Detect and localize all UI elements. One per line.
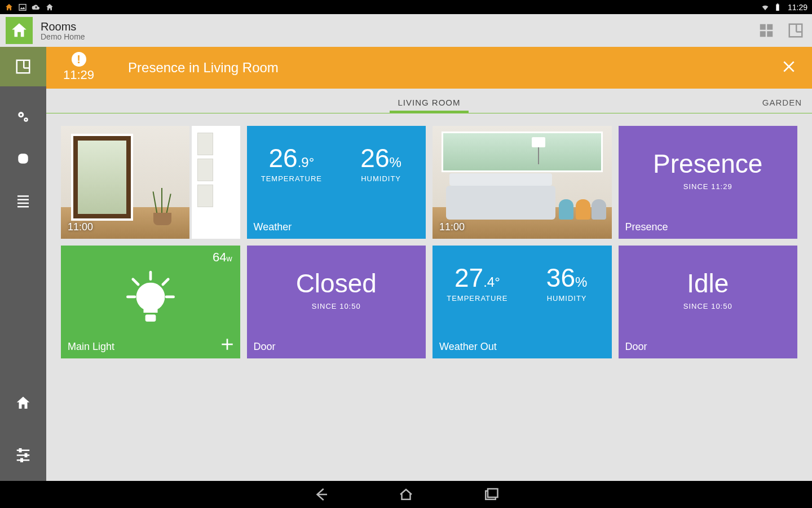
sidebar-item-settings[interactable]	[0, 438, 46, 470]
tab-garden[interactable]: GARDEN	[762, 98, 802, 107]
recents-icon[interactable]	[482, 486, 499, 503]
tile-door-2[interactable]: Idle SINCE 10:50 Door	[619, 246, 798, 358]
door2-since: SINCE 10:50	[619, 302, 798, 310]
tile-main-light[interactable]: 64w Main Light	[61, 246, 240, 358]
hum-value: 36	[546, 263, 575, 292]
floorplan-icon	[15, 58, 32, 75]
temp-frac: .4°	[483, 274, 500, 290]
app-icon[interactable]	[6, 17, 33, 44]
sidebar-item-devices[interactable]	[0, 147, 46, 170]
watt-value: 64	[213, 250, 226, 264]
door-since: SINCE 10:50	[247, 302, 426, 310]
page-title: Rooms	[41, 20, 85, 33]
tile-grid: 11:00 26.9° TEMPERATURE 26% HUMIDITY Wea…	[46, 113, 812, 371]
sidebar-item-home[interactable]	[0, 387, 46, 419]
hum-unit: %	[575, 274, 587, 290]
tile-camera-entrance[interactable]: 11:00	[61, 126, 240, 239]
hum-unit: %	[390, 155, 401, 170]
svg-rect-19	[17, 199, 29, 201]
back-icon[interactable]	[313, 486, 330, 503]
svg-rect-21	[17, 206, 29, 208]
notif-image-icon	[18, 3, 27, 12]
tile-label: Presence	[625, 221, 668, 233]
alert-time: 11:29	[63, 68, 94, 82]
temp-caption: TEMPERATURE	[247, 174, 337, 183]
sidebar	[0, 47, 46, 481]
svg-rect-0	[19, 4, 26, 10]
door2-status: Idle	[619, 270, 798, 296]
hum-caption: HUMIDITY	[336, 174, 426, 183]
hum-caption: HUMIDITY	[522, 294, 612, 303]
svg-rect-3	[760, 24, 766, 30]
home-icon	[10, 21, 29, 40]
tile-label: Door	[254, 341, 276, 353]
tile-label: Main Light	[68, 341, 114, 353]
svg-rect-2	[777, 3, 779, 4]
room-tabs: LIVING ROOM GARDEN	[46, 89, 812, 113]
svg-rect-1	[776, 4, 779, 10]
svg-line-32	[163, 279, 168, 284]
alert-icon: !	[72, 52, 86, 67]
svg-rect-27	[20, 458, 23, 463]
camera-timestamp: 11:00	[68, 221, 93, 233]
sidebar-item-rooms[interactable]	[0, 47, 46, 86]
temp-value: 26	[268, 143, 297, 173]
android-nav-bar	[0, 481, 812, 508]
door-status: Closed	[247, 270, 426, 296]
svg-rect-39	[488, 489, 498, 497]
alert-close-button[interactable]	[782, 59, 796, 76]
svg-rect-5	[760, 31, 766, 37]
tile-door[interactable]: Closed SINCE 10:50 Door	[247, 246, 426, 358]
svg-rect-26	[25, 453, 28, 458]
gears-icon	[15, 108, 32, 125]
notif-home2-icon	[45, 3, 54, 12]
svg-line-31	[133, 279, 138, 284]
temp-frac: .9°	[298, 155, 315, 170]
device-icon	[15, 150, 32, 167]
svg-rect-20	[17, 203, 29, 204]
action-bar: Rooms Demo Home	[0, 14, 812, 47]
svg-point-16	[25, 119, 27, 121]
page-subtitle: Demo Home	[41, 32, 85, 41]
alert-text: Presence in Living Room	[128, 60, 279, 76]
home-icon	[15, 395, 32, 411]
notif-cloud-upload-icon	[32, 3, 41, 12]
notif-home-icon	[5, 3, 14, 12]
status-clock: 11:29	[788, 3, 807, 12]
svg-rect-6	[767, 31, 773, 37]
floorplan-icon[interactable]	[787, 22, 804, 39]
temp-value: 27	[454, 263, 483, 292]
tile-presence[interactable]: Presence SINCE 11:29 Presence	[619, 126, 798, 239]
tab-living-room[interactable]: LIVING ROOM	[46, 98, 812, 113]
tile-weather[interactable]: 26.9° TEMPERATURE 26% HUMIDITY Weather	[247, 126, 426, 239]
android-status-bar: 11:29	[0, 0, 812, 14]
wifi-icon	[761, 3, 770, 12]
svg-rect-17	[18, 154, 28, 164]
svg-rect-18	[17, 195, 29, 197]
sidebar-item-automation[interactable]	[0, 106, 46, 128]
camera-timestamp: 11:00	[439, 221, 465, 233]
list-icon	[15, 192, 32, 209]
plus-icon	[220, 337, 235, 352]
tile-weather-out[interactable]: 27.4° TEMPERATURE 36% HUMIDITY Weather O…	[433, 246, 612, 358]
alert-banner[interactable]: ! 11:29 Presence in Living Room	[46, 47, 812, 89]
tile-label: Weather Out	[439, 341, 497, 353]
presence-title: Presence	[619, 151, 798, 177]
sliders-icon	[15, 445, 32, 462]
tile-label: Door	[625, 341, 647, 353]
add-button[interactable]	[220, 337, 235, 354]
svg-rect-35	[145, 314, 156, 322]
close-icon	[782, 59, 796, 74]
svg-point-14	[20, 113, 22, 116]
temp-caption: TEMPERATURE	[433, 294, 522, 303]
lightbulb-icon	[61, 270, 240, 327]
svg-rect-4	[767, 24, 773, 30]
tile-label: Weather	[254, 221, 292, 233]
tile-camera-lounge[interactable]: 11:00	[433, 126, 612, 239]
grid-view-icon[interactable]	[758, 22, 775, 39]
home-nav-icon[interactable]	[398, 486, 414, 503]
hum-value: 26	[360, 143, 389, 173]
presence-since: SINCE 11:29	[619, 182, 798, 191]
svg-rect-25	[19, 448, 22, 453]
sidebar-item-list[interactable]	[0, 189, 46, 212]
